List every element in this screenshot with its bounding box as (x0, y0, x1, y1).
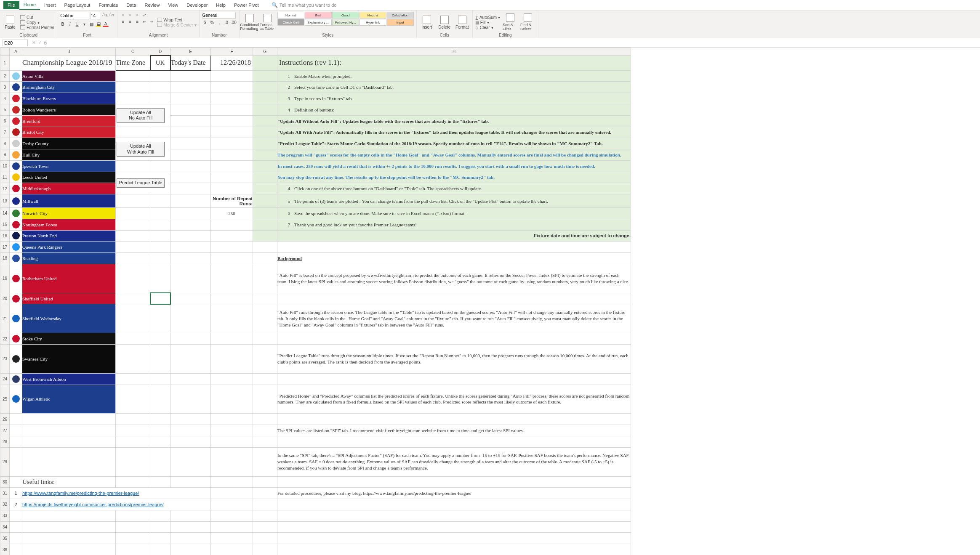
format-as-table-button[interactable]: Format as Table (260, 12, 275, 33)
team-name[interactable]: Ipswich Town (22, 160, 116, 172)
row-header[interactable]: 26 (0, 414, 10, 425)
sort-filter-button[interactable]: Sort & Filter (503, 12, 518, 33)
tab-view[interactable]: View (164, 1, 183, 9)
increase-font-icon[interactable]: A▴ (102, 12, 108, 19)
h-cell[interactable]: 5The points of (3) teams are plotted . Y… (277, 194, 631, 208)
h-cell[interactable]: "Update All With Auto Fill": Automatical… (277, 127, 631, 138)
h-cell[interactable]: 3Type in scores in "fixtures" tab. (277, 93, 631, 104)
h-cell[interactable]: The program will "guess" scores for the … (277, 149, 631, 161)
h-cell[interactable]: 6Save the spreadsheet when you are done.… (277, 207, 631, 219)
team-name[interactable]: Reading (22, 253, 116, 264)
row-header[interactable]: 4 (0, 93, 10, 104)
row-header[interactable]: 19 (0, 264, 10, 293)
team-name[interactable]: Aston Villa (22, 70, 116, 82)
team-name[interactable]: Blackburn Rovers (22, 93, 116, 104)
cell-style-option[interactable]: Neutral (360, 12, 386, 19)
team-name[interactable]: Nottingham Forest (22, 219, 116, 230)
fill-color-icon[interactable]: ⬓ (96, 21, 101, 27)
team-name[interactable]: Queens Park Rangers (22, 242, 116, 253)
h-cell[interactable] (277, 373, 631, 385)
row-header[interactable]: 2 (0, 70, 10, 82)
format-painter-button[interactable]: Format Painter (20, 25, 54, 30)
number-format-select[interactable] (202, 12, 236, 19)
row-header[interactable]: 17 (0, 242, 10, 253)
border-icon[interactable]: ▦ (88, 21, 94, 27)
insert-cells-button[interactable]: Insert (419, 12, 434, 33)
update-all-no-autofill-button[interactable]: Update AllNo Auto Fill (117, 108, 165, 123)
row-header[interactable]: 21 (0, 304, 10, 333)
row-header[interactable]: 25 (0, 385, 10, 414)
cell-style-option[interactable]: Followed Hy... (332, 19, 359, 26)
row-header[interactable]: 8 (0, 138, 10, 149)
team-name[interactable]: Wigan Athletic (22, 385, 116, 414)
h-cell[interactable]: In the same "SPI" tab, there's a "SPI Ad… (277, 447, 631, 476)
row-header[interactable]: 27 (0, 425, 10, 436)
h-cell[interactable] (277, 436, 631, 447)
team-name[interactable]: West Bromwich Albion (22, 373, 116, 385)
row-header[interactable]: 12 (0, 183, 10, 194)
h-cell[interactable]: "Predict League Table" runs through the … (277, 344, 631, 373)
autosum-button[interactable]: ∑ AutoSum ▾ (475, 15, 500, 20)
merge-center-button[interactable]: Merge & Center ▾ (157, 23, 197, 27)
h-cell[interactable] (277, 414, 631, 425)
team-name[interactable]: Middlesbrough (22, 183, 116, 194)
row-header[interactable]: 22 (0, 333, 10, 345)
row-header[interactable]: 1 (0, 56, 10, 71)
italic-icon[interactable]: I (67, 21, 73, 27)
team-name[interactable]: Preston North End (22, 230, 116, 242)
h-cell[interactable] (277, 510, 631, 521)
h-cell[interactable]: Background (277, 253, 631, 264)
repeat-runs-value[interactable]: 250 (211, 207, 253, 219)
paste-button[interactable]: Paste (3, 12, 18, 33)
h-cell[interactable]: "Predict League Table": Starts Monte Car… (277, 138, 631, 149)
row-header[interactable]: 24 (0, 373, 10, 385)
row-header[interactable]: 16 (0, 230, 10, 242)
row-header[interactable]: 10 (0, 160, 10, 172)
formula-input[interactable] (49, 40, 980, 46)
cell-style-option[interactable]: Explanatory ... (305, 19, 332, 26)
clear-button[interactable]: ◇ Clear ▾ (475, 25, 500, 30)
h-cell[interactable]: 1Enable Macro when prompted. (277, 70, 631, 82)
h-cell[interactable]: For detailed procedures, please visit my… (277, 488, 631, 499)
repeat-runs-label[interactable]: Number of Repeat Runs: (211, 194, 253, 208)
h-cell[interactable]: "Auto Fill" is based on the concept prop… (277, 264, 631, 293)
cell-style-option[interactable]: Calculation (387, 12, 414, 19)
row-header[interactable]: 7 (0, 127, 10, 138)
tab-power-pivot[interactable]: Power Pivot (230, 1, 263, 9)
team-name[interactable]: Stoke City (22, 333, 116, 345)
cell-style-option[interactable]: Good (332, 12, 359, 19)
format-cells-button[interactable]: Format (455, 12, 470, 33)
h-cell[interactable]: "Auto Fill" runs through the season once… (277, 304, 631, 333)
cell-style-option[interactable]: Hyperlink (360, 19, 386, 26)
bold-icon[interactable]: B (60, 21, 66, 27)
decrease-font-icon[interactable]: A▾ (109, 12, 115, 19)
today-date[interactable]: 12/26/2018 (211, 56, 253, 71)
conditional-formatting-button[interactable]: Conditional Formatting (242, 12, 257, 33)
tab-formulas[interactable]: Formulas (94, 1, 122, 9)
update-all-with-autofill-button[interactable]: Update AllWith Auto Fill (117, 142, 165, 157)
cell-style-option[interactable]: Check Cell (277, 19, 304, 26)
h-cell[interactable]: 7Thank you and good luck on your favorit… (277, 219, 631, 230)
fill-button[interactable]: ▤ Fill ▾ (475, 20, 500, 25)
row-header[interactable]: 14 (0, 207, 10, 219)
tab-developer[interactable]: Developer (182, 1, 212, 9)
tab-page-layout[interactable]: Page Layout (60, 1, 95, 9)
useful-link[interactable]: https://projects.fivethirtyeight.com/soc… (22, 502, 164, 507)
league-title[interactable]: Championship League 2018/19 (22, 56, 116, 71)
h-cell[interactable]: Fixture date and time are subject to cha… (277, 230, 631, 242)
cell-styles-gallery[interactable]: NormalBadGoodNeutralCalculationCheck Cel… (277, 12, 414, 33)
selected-cell[interactable] (150, 293, 170, 304)
team-name[interactable]: Birmingham City (22, 82, 116, 93)
cell-style-option[interactable]: Input (387, 19, 414, 26)
team-name[interactable]: Hull City (22, 149, 116, 161)
tell-me-input[interactable]: Tell me what you want to do (280, 3, 337, 8)
h-cell[interactable] (277, 499, 631, 510)
h-cell[interactable]: 2Select your time zone in Cell D1 on "Da… (277, 82, 631, 93)
h-cell[interactable]: The SPI values are listed on "SPI" tab. … (277, 425, 631, 436)
tab-insert[interactable]: Insert (40, 1, 60, 9)
font-size-select[interactable] (90, 12, 101, 19)
h-cell[interactable]: 4Click on one of the above three buttons… (277, 183, 631, 194)
font-name-select[interactable] (60, 12, 89, 19)
row-header[interactable]: 6 (0, 115, 10, 127)
team-name[interactable]: Sheffield United (22, 293, 116, 304)
